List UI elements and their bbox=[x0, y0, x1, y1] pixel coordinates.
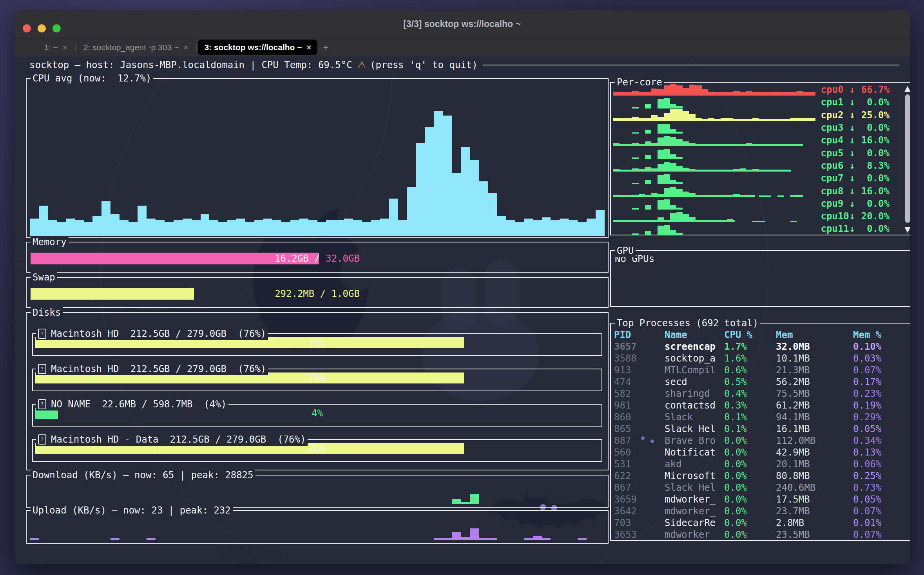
tab-1[interactable]: 1: ~ × bbox=[38, 40, 73, 55]
terminal-window: [3/3] socktop ws://localho ~ 1: ~ × | 2:… bbox=[14, 10, 910, 564]
tab-close-icon[interactable]: × bbox=[63, 43, 67, 52]
per-core-sparkline bbox=[613, 223, 815, 235]
tab-close-icon[interactable]: × bbox=[307, 43, 312, 52]
disk-panel: 76%?Macintosh HD - Data212.5GB / 279.0GB… bbox=[32, 439, 602, 462]
per-core-baseline bbox=[613, 220, 735, 222]
process-cpu-percent: 0.6% bbox=[724, 364, 747, 376]
process-cpu-percent: 0.0% bbox=[724, 494, 747, 505]
swap-title: Swap bbox=[31, 271, 57, 284]
per-core-label: cpu11↓0.0% bbox=[821, 222, 890, 235]
process-row[interactable]: 582sharingd0.4%75.5MB0.23% bbox=[614, 388, 910, 400]
top-processes-title: Top Processes (692 total) bbox=[615, 317, 760, 329]
process-row[interactable]: 867Slack Hel0.0%240.6MB0.73% bbox=[614, 482, 910, 494]
per-core-row: cpu2↓25.0% bbox=[611, 109, 910, 121]
unknown-glyph-icon: ? bbox=[38, 434, 46, 445]
core-name: cpu6 bbox=[821, 160, 850, 171]
down-arrow-icon: ↓ bbox=[850, 84, 855, 95]
tab-close-icon[interactable]: × bbox=[183, 43, 188, 52]
process-cpu-percent: 0.1% bbox=[724, 423, 747, 435]
process-row[interactable]: 474secd0.5%56.2MB0.17% bbox=[614, 376, 910, 388]
process-row[interactable]: 622Microsoft0.0%80.8MB0.25% bbox=[614, 470, 910, 482]
process-row[interactable]: 560Notificat0.0%42.9MB0.13% bbox=[614, 447, 910, 458]
per-core-row: cpu6↓8.3% bbox=[611, 159, 910, 172]
process-mem: 16.1MB bbox=[776, 423, 810, 435]
swap-panel: Swap 292.2MB / 1.0GB bbox=[26, 277, 609, 308]
new-tab-button[interactable]: + bbox=[323, 42, 328, 53]
core-usage-value: 25.0% bbox=[855, 110, 890, 121]
per-core-label: cpu2↓25.0% bbox=[821, 109, 890, 121]
tab-3-active[interactable]: 3: socktop ws://localho ~ × bbox=[198, 40, 317, 55]
upload-panel: Upload (KB/s) — now: 23 | peak: 232 bbox=[26, 510, 609, 544]
process-name: Brave Bro bbox=[665, 435, 716, 447]
process-row[interactable]: 531akd0.0%20.1MB0.06% bbox=[614, 458, 910, 470]
process-row[interactable]: 3588socktop_a1.6%10.1MB0.03% bbox=[614, 353, 910, 364]
core-name: cpu5 bbox=[821, 148, 850, 159]
tab-label: 2: socktop_agent -p 303 ~ bbox=[83, 43, 179, 52]
process-row[interactable]: 887Brave Bro0.0%112.0MB0.34% bbox=[614, 435, 910, 447]
unknown-glyph-icon: ? bbox=[38, 329, 46, 339]
titlebar[interactable]: [3/3] socktop ws://localho ~ bbox=[14, 10, 910, 38]
core-name: cpu0 bbox=[821, 84, 850, 95]
per-core-row: cpu1↓0.0% bbox=[611, 96, 910, 108]
down-arrow-icon: ↓ bbox=[850, 148, 855, 159]
per-core-label: cpu5↓0.0% bbox=[821, 146, 890, 159]
down-arrow-icon: ↓ bbox=[850, 160, 855, 171]
down-arrow-icon: ↓ bbox=[850, 211, 855, 222]
per-core-label: cpu9↓0.0% bbox=[821, 197, 890, 210]
process-row[interactable]: 703SidecarRe0.0%2.8MB0.01% bbox=[614, 517, 910, 529]
download-title: Download (KB/s) — now: 65 | peak: 28825 bbox=[31, 469, 255, 481]
per-core-sparkline bbox=[613, 109, 815, 121]
process-pid: 913 bbox=[614, 364, 631, 376]
process-row[interactable]: 913MTLCompil0.6%21.3MB0.07% bbox=[614, 364, 910, 376]
terminal-content: socktop — host: Jasons-MBP.localdomain |… bbox=[14, 56, 910, 564]
process-mem: 56.2MB bbox=[776, 376, 810, 388]
tab-label: 1: ~ bbox=[44, 43, 58, 52]
process-row[interactable]: 981contactsd0.3%61.2MB0.19% bbox=[614, 400, 910, 411]
per-core-label: cpu1↓0.0% bbox=[821, 96, 890, 108]
disk-percent: (76%) bbox=[238, 327, 266, 340]
process-row[interactable]: 860Slack0.1%94.1MB0.29% bbox=[614, 411, 910, 423]
process-mem: 42.9MB bbox=[776, 447, 810, 458]
scroll-down-icon[interactable]: ▼ bbox=[904, 224, 910, 234]
down-arrow-icon: ↓ bbox=[850, 110, 855, 121]
disk-usage: 212.5GB / 279.0GB bbox=[130, 363, 226, 375]
process-name: screencap bbox=[665, 341, 716, 353]
process-mem: 112.0MB bbox=[776, 435, 815, 447]
disk-list: 76%?Macintosh HD212.5GB / 279.0GB(76%)76… bbox=[27, 313, 608, 470]
per-core-baseline bbox=[613, 195, 755, 197]
process-name: akd bbox=[665, 458, 681, 470]
process-pid: 531 bbox=[614, 458, 631, 470]
process-name: secd bbox=[665, 376, 687, 388]
down-arrow-icon: ↓ bbox=[850, 135, 855, 146]
process-name: socktop_a bbox=[665, 353, 716, 364]
process-row[interactable]: 3642mdworker_0.0%23.7MB0.07% bbox=[614, 505, 910, 517]
process-mem-percent: 0.25% bbox=[853, 470, 881, 482]
per-core-label: cpu6↓8.3% bbox=[821, 159, 890, 172]
per-core-scrollbar[interactable]: ▲ ▼ bbox=[904, 83, 910, 234]
disks-panel: Disks 76%?Macintosh HD212.5GB / 279.0GB(… bbox=[26, 312, 609, 470]
core-name: cpu8 bbox=[821, 186, 850, 197]
upload-chart bbox=[30, 522, 605, 540]
process-mem: 240.6MB bbox=[776, 482, 815, 494]
process-pid: 981 bbox=[614, 400, 631, 411]
per-core-row: cpu8↓16.0% bbox=[611, 184, 910, 197]
core-usage-value: 66.7% bbox=[855, 84, 890, 95]
tab-label: 3: socktop ws://localho ~ bbox=[204, 43, 302, 52]
scroll-up-icon[interactable]: ▲ bbox=[904, 83, 910, 93]
core-name: cpu7 bbox=[821, 173, 850, 184]
process-row[interactable]: 3657screencap1.7%32.0MB0.10% bbox=[614, 341, 910, 353]
unknown-glyph-icon: ? bbox=[38, 399, 46, 409]
host-and-temp-text: socktop — host: Jasons-MBP.localdomain |… bbox=[29, 60, 352, 71]
process-mem-percent: 0.07% bbox=[853, 364, 881, 376]
process-mem: 17.5MB bbox=[776, 494, 810, 505]
memory-meter: 16.2GB / 32.0GB bbox=[31, 253, 604, 264]
process-pid: 560 bbox=[614, 447, 631, 458]
process-name: Notificat bbox=[665, 447, 716, 458]
scrollbar-track[interactable] bbox=[905, 94, 910, 223]
memory-total-text: 32.0GB bbox=[320, 253, 360, 264]
process-row[interactable]: 3659mdworker_0.0%17.5MB0.05% bbox=[614, 494, 910, 505]
process-row[interactable]: 865Slack Hel0.1%16.1MB0.05% bbox=[614, 423, 910, 435]
process-cpu-percent: 0.0% bbox=[724, 482, 747, 494]
process-row[interactable]: 3653mdworker_0.0%23.5MB0.07% bbox=[614, 529, 910, 541]
tab-2[interactable]: 2: socktop_agent -p 303 ~ × bbox=[77, 40, 194, 55]
